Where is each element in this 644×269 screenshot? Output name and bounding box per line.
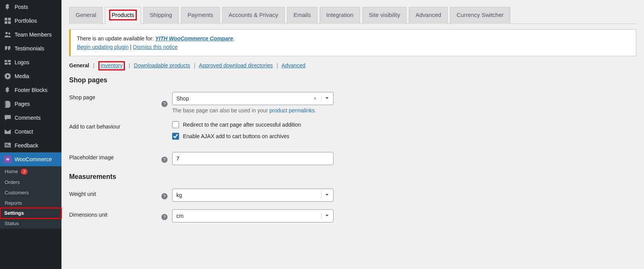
sidebar-item-testimonials[interactable]: Testimonials [0, 42, 61, 55]
shop-page-select[interactable]: Shop × [172, 92, 334, 105]
placeholder-image-label: Placeholder image [69, 152, 161, 160]
tab-shipping[interactable]: Shipping [143, 7, 179, 24]
field-weight-unit: Weight unit ? kg [69, 189, 636, 202]
submenu-label: Orders [5, 179, 20, 185]
sidebar-item-footer-blocks[interactable]: Footer Blocks [0, 83, 61, 97]
svg-rect-2 [5, 21, 7, 24]
submenu-item-customers[interactable]: Customers [0, 187, 61, 198]
field-dimensions-unit: Dimensions unit ? cm [69, 209, 636, 222]
svg-rect-1 [8, 18, 11, 20]
notice-plugin-link[interactable]: YITH WooCommerce Compare [155, 35, 233, 42]
weight-unit-value: kg [176, 192, 182, 198]
subnav-approved-download-directories[interactable]: Approved download directories [199, 62, 273, 69]
submenu-label: Home [5, 169, 18, 174]
update-badge: 2 [21, 169, 28, 175]
users-icon [4, 31, 12, 38]
section-measurements: Measurements [69, 173, 636, 181]
sidebar-item-portfolios[interactable]: Portfolios [0, 14, 61, 28]
help-icon[interactable]: ? [161, 101, 168, 107]
svg-rect-0 [5, 18, 7, 20]
help-icon[interactable]: ? [161, 214, 168, 220]
begin-updating-link[interactable]: Begin updating plugin [77, 44, 129, 50]
help-icon[interactable]: ? [161, 193, 168, 199]
tab-advanced[interactable]: Advanced [409, 7, 448, 24]
sidebar-item-label: Comments [15, 115, 41, 121]
settings-tabs: General Products Shipping Payments Accou… [69, 7, 636, 24]
tab-currency-switcher[interactable]: Currency Switcher [450, 7, 510, 24]
tab-emails[interactable]: Emails [287, 7, 317, 24]
pin-icon [4, 86, 12, 94]
grid-icon [4, 17, 12, 25]
field-placeholder-image: Placeholder image ? [69, 152, 636, 165]
svg-rect-13 [5, 145, 10, 146]
admin-sidebar: Posts Portfolios Team Members Testimonia… [0, 0, 61, 269]
sidebar-item-media[interactable]: Media [0, 69, 61, 83]
submenu-item-settings[interactable]: Settings [0, 207, 62, 219]
tab-accounts-privacy[interactable]: Accounts & Privacy [222, 7, 285, 24]
sidebar-item-posts[interactable]: Posts [0, 0, 61, 14]
ajax-label: Enable AJAX add to cart buttons on archi… [183, 133, 289, 139]
product-permalinks-link[interactable]: product permalinks [269, 107, 315, 114]
sidebar-item-label: Team Members [15, 32, 51, 38]
chevron-down-icon [321, 213, 329, 219]
tab-products[interactable]: Products [105, 7, 141, 24]
svg-rect-7 [8, 60, 11, 62]
svg-rect-6 [5, 60, 7, 62]
svg-rect-12 [5, 144, 8, 145]
woocommerce-submenu: Home 2 Orders Customers Reports Settings… [0, 166, 61, 229]
shop-page-label: Shop page [69, 92, 161, 100]
sidebar-item-label: Feedback [15, 142, 38, 149]
dimensions-unit-select[interactable]: cm [172, 209, 334, 222]
svg-point-5 [8, 33, 10, 35]
svg-point-4 [5, 32, 8, 34]
quote-icon [4, 45, 12, 52]
clear-icon[interactable]: × [312, 95, 318, 102]
pin-icon [4, 3, 12, 11]
sidebar-item-label: Portfolios [15, 18, 37, 24]
subnav-inventory[interactable]: Inventory [98, 61, 125, 70]
submenu-label: Settings [4, 210, 24, 216]
sidebar-item-label: Logos [15, 59, 29, 65]
woo-icon: W [4, 155, 12, 163]
products-subnav: General | Inventory | Downloadable produ… [69, 62, 636, 69]
weight-unit-label: Weight unit [69, 189, 161, 197]
placeholder-image-input[interactable] [172, 152, 334, 165]
sidebar-item-feedback[interactable]: Feedback [0, 139, 61, 152]
sidebar-item-label: Testimonials [15, 45, 44, 52]
sidebar-item-logos[interactable]: Logos [0, 55, 61, 69]
help-icon[interactable]: ? [161, 157, 168, 163]
ajax-checkbox[interactable] [172, 133, 179, 140]
dimensions-unit-label: Dimensions unit [69, 209, 161, 218]
tab-site-visibility[interactable]: Site visibility [362, 7, 407, 24]
svg-rect-3 [8, 21, 11, 24]
submenu-item-orders[interactable]: Orders [0, 177, 61, 187]
subnav-downloadable-products[interactable]: Downloadable products [134, 62, 190, 69]
subnav-advanced[interactable]: Advanced [281, 62, 305, 69]
sidebar-item-woocommerce[interactable]: W WooCommerce [0, 152, 61, 166]
weight-unit-select[interactable]: kg [172, 189, 334, 202]
field-add-to-cart: Add to cart behaviour Redirect to the ca… [69, 121, 636, 144]
sidebar-item-team-members[interactable]: Team Members [0, 28, 61, 42]
sidebar-item-comments[interactable]: Comments [0, 111, 61, 125]
subnav-general[interactable]: General [69, 62, 89, 69]
tab-general[interactable]: General [69, 7, 103, 24]
sidebar-item-label: Contact [15, 129, 33, 135]
tab-payments[interactable]: Payments [181, 7, 220, 24]
redirect-label: Redirect to the cart page after successf… [183, 122, 301, 128]
dimensions-unit-value: cm [176, 213, 184, 219]
pages-icon [4, 100, 12, 108]
svg-rect-11 [5, 143, 11, 147]
sidebar-item-label: WooCommerce [15, 156, 52, 162]
sidebar-item-label: Posts [15, 4, 28, 10]
comment-icon [4, 114, 12, 122]
submenu-item-status[interactable]: Status [0, 218, 61, 229]
submenu-item-reports[interactable]: Reports [0, 198, 61, 208]
sidebar-item-contact[interactable]: Contact [0, 125, 61, 139]
submenu-item-home[interactable]: Home 2 [0, 166, 61, 177]
field-shop-page: Shop page ? Shop × The base page can als… [69, 92, 636, 114]
dismiss-notice-link[interactable]: Dismiss this notice [133, 44, 178, 50]
squares-icon [4, 58, 12, 66]
sidebar-item-pages[interactable]: Pages [0, 97, 61, 111]
tab-integration[interactable]: Integration [320, 7, 360, 24]
redirect-checkbox[interactable] [172, 121, 179, 128]
